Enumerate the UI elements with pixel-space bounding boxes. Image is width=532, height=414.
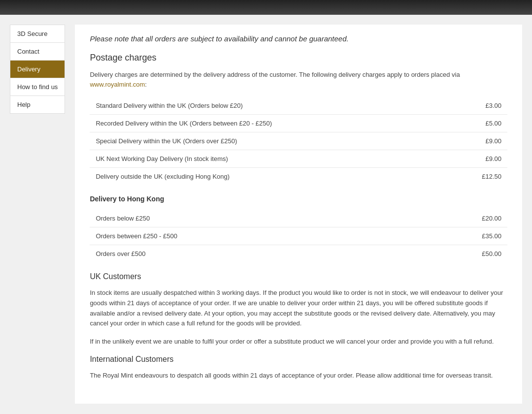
charge-price: £20.00 — [458, 210, 507, 227]
charge-label: Recorded Delivery within the UK (Orders … — [90, 115, 458, 132]
international-para1: The Royal Mint endeavours to despatch al… — [90, 371, 507, 381]
main-content: Please note that all orders are subject … — [75, 25, 522, 404]
uk-customers-para2: If in the unlikely event we are unable t… — [90, 337, 507, 347]
charge-label: Orders between £250 - £500 — [90, 227, 458, 245]
charge-label: Orders over £500 — [90, 245, 458, 263]
table-row: Standard Delivery within the UK (Orders … — [90, 97, 507, 115]
sidebar-item-help[interactable]: Help — [10, 96, 65, 114]
table-row: Recorded Delivery within the UK (Orders … — [90, 115, 507, 132]
charge-label: UK Next Working Day Delivery (In stock i… — [90, 150, 458, 168]
uk-customers-title: UK Customers — [90, 272, 507, 281]
uk-customers-section: UK Customers In stock items are usually … — [90, 272, 507, 347]
postage-charges-title: Postage charges — [90, 53, 507, 63]
charge-label: Standard Delivery within the UK (Orders … — [90, 97, 458, 115]
uk-customers-para1: In stock items are usually despatched wi… — [90, 288, 507, 329]
charge-price: £9.00 — [458, 132, 507, 150]
charge-price: £9.00 — [458, 150, 507, 168]
charge-price: £50.00 — [458, 245, 507, 263]
table-row: Orders between £250 - £500£35.00 — [90, 227, 507, 245]
charge-label: Delivery outside the UK (excluding Hong … — [90, 168, 458, 186]
table-row: Orders below £250£20.00 — [90, 210, 507, 227]
charge-price: £3.00 — [458, 97, 507, 115]
royalmint-link[interactable]: www.royalmint.com — [90, 81, 145, 88]
table-row: Special Delivery within the UK (Orders o… — [90, 132, 507, 150]
description-text-2: : — [145, 81, 147, 88]
charge-price: £35.00 — [458, 227, 507, 245]
sidebar-item-delivery[interactable]: Delivery — [10, 60, 65, 78]
top-bar — [0, 0, 532, 15]
sidebar-item-contact[interactable]: Contact — [10, 42, 65, 60]
postage-description: Delivery charges are determined by the d… — [90, 70, 507, 89]
sidebar: 3D SecureContactDeliveryHow to find usHe… — [10, 25, 65, 404]
sidebar-item-3d-secure[interactable]: 3D Secure — [10, 25, 65, 42]
hk-delivery-table: Orders below £250£20.00Orders between £2… — [90, 210, 507, 262]
charge-price: £12.50 — [458, 168, 507, 186]
uk-delivery-table: Standard Delivery within the UK (Orders … — [90, 97, 507, 185]
charge-label: Orders below £250 — [90, 210, 458, 227]
table-row: UK Next Working Day Delivery (In stock i… — [90, 150, 507, 168]
charge-price: £5.00 — [458, 115, 507, 132]
hk-delivery-title: Delivery to Hong Kong — [90, 195, 507, 203]
notice-text: Please note that all orders are subject … — [90, 34, 507, 43]
table-row: Orders over £500£50.00 — [90, 245, 507, 263]
international-section: International Customers The Royal Mint e… — [90, 355, 507, 381]
description-text-1: Delivery charges are determined by the d… — [90, 71, 460, 78]
table-row: Delivery outside the UK (excluding Hong … — [90, 168, 507, 186]
sidebar-item-how-to-find-us[interactable]: How to find us — [10, 78, 65, 96]
charge-label: Special Delivery within the UK (Orders o… — [90, 132, 458, 150]
international-title: International Customers — [90, 355, 507, 364]
